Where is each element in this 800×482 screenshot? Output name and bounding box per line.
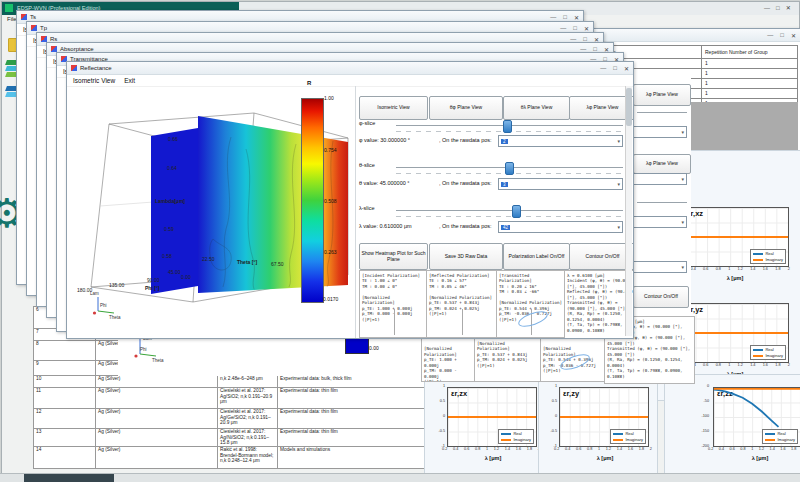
contour-button-fragment[interactable]: Contour On/Off bbox=[633, 286, 689, 308]
tick-label: 0.6 bbox=[703, 267, 708, 271]
tick-label: -0.5 bbox=[438, 429, 445, 433]
chevron-down-icon[interactable]: ▾ bbox=[617, 138, 620, 144]
tick-label: 2 bbox=[788, 267, 790, 271]
panel-scrollbar[interactable] bbox=[625, 86, 632, 336]
table-row[interactable]: 11Ag (Silver)Ciesielski et al. 2017: Ag/… bbox=[34, 388, 430, 409]
theta-phi-plane-view-button[interactable]: θφ Plane View bbox=[429, 96, 503, 120]
transmitted-polarization-panel: [Transmitted Polarization] TE : 0.20 ∠ 1… bbox=[496, 270, 566, 338]
plane-view-button-fragment[interactable]: λφ Plane View bbox=[633, 84, 691, 106]
reflected-polarization-panel: [Reflected Polarization] TE : 0.16 ∠ 57°… bbox=[426, 270, 498, 338]
er-zy-plot-window: εr,zy Real Imaginary 10.50-0.5-1 0.20.40… bbox=[538, 374, 658, 480]
maximize-icon[interactable]: □ bbox=[573, 25, 577, 32]
er-zy-yticks: 10.50-0.5-1 bbox=[543, 384, 557, 448]
chevron-down-icon[interactable]: ▾ bbox=[617, 224, 620, 230]
theta-lambda-plane-view-button[interactable]: θλ Plane View bbox=[503, 96, 570, 120]
phi-rawdata-pos-combobox[interactable]: 2▾ bbox=[498, 135, 623, 147]
lambda-rawdata-pos-combobox[interactable]: 42▾ bbox=[498, 221, 623, 233]
er-xz-xlabel: λ [μm] bbox=[707, 275, 763, 281]
tick-label: 0.4 bbox=[565, 447, 570, 451]
close-icon[interactable]: ✕ bbox=[624, 65, 629, 72]
phi-slider-handle[interactable] bbox=[503, 120, 512, 133]
group-table-cell[interactable]: 1 bbox=[702, 59, 798, 69]
chevron-down-icon[interactable]: ▾ bbox=[681, 219, 684, 225]
lambda-tick: 0.59 bbox=[164, 226, 174, 232]
tick-label: 1.2 bbox=[759, 447, 764, 451]
minimize-icon[interactable]: — bbox=[600, 65, 606, 72]
tick-label: 0.8 bbox=[716, 267, 721, 271]
table-row[interactable]: 13Ag (Silver)Ciesielski et al. 2017: Ag/… bbox=[34, 429, 430, 447]
table-row[interactable]: 12Ag (Silver)Ciesielski et al. 2017: Ag/… bbox=[34, 409, 430, 429]
polarization-label-toggle-button[interactable]: Polarization Label On/Off bbox=[503, 243, 570, 270]
group-window-titlebar[interactable]: —□✕ bbox=[574, 29, 800, 42]
tick-label: 0.8 bbox=[587, 447, 592, 451]
tick-label: 1 bbox=[486, 447, 488, 451]
minimize-icon[interactable]: — bbox=[560, 25, 566, 32]
close-icon[interactable]: ✕ bbox=[791, 32, 796, 39]
maximize-icon[interactable]: □ bbox=[780, 32, 784, 39]
theta-rawdata-pos-combobox[interactable]: 3▾ bbox=[498, 178, 623, 190]
chevron-down-icon[interactable]: ▾ bbox=[681, 176, 684, 182]
chevron-down-icon[interactable]: ▾ bbox=[681, 129, 684, 135]
rawdata-pos-combobox-fragment[interactable]: ▾ bbox=[633, 173, 687, 185]
tick-label: 1.2 bbox=[738, 267, 743, 271]
menu-isometric-view[interactable]: Isometric View bbox=[73, 77, 115, 84]
tick-label: 1 bbox=[598, 447, 600, 451]
legend: Real Imaginary bbox=[498, 429, 534, 444]
close-icon[interactable]: ✕ bbox=[786, 5, 797, 11]
group-table-cell[interactable]: 1 bbox=[702, 89, 798, 99]
tick-label: 1 bbox=[555, 384, 557, 388]
close-icon[interactable]: ✕ bbox=[584, 25, 589, 32]
theta-tick: 22.50 bbox=[202, 256, 215, 262]
theta-slider-handle[interactable] bbox=[505, 162, 514, 175]
chevron-down-icon[interactable]: ▾ bbox=[681, 264, 684, 270]
tick-label: -100 bbox=[701, 414, 709, 418]
table-row[interactable]: 10Ag (Silver)n,k 2.48e-6–248 μmExperimen… bbox=[34, 376, 430, 388]
real-legend-marker bbox=[613, 433, 623, 435]
slider-fragment[interactable] bbox=[637, 202, 687, 203]
imaginary-legend-marker bbox=[753, 259, 763, 261]
minimize-icon[interactable]: — bbox=[550, 14, 556, 21]
minimize-icon[interactable]: — bbox=[767, 32, 773, 39]
rawdata-pos-combobox-fragment[interactable]: ▾ bbox=[633, 216, 687, 228]
lambda-slider-handle[interactable] bbox=[512, 205, 521, 218]
legend-label: Real bbox=[765, 251, 773, 256]
maximize-icon[interactable]: □ bbox=[613, 65, 617, 72]
group-table-cell[interactable]: 1 bbox=[702, 79, 798, 89]
legend: Real Imaginary bbox=[750, 249, 786, 264]
tick-label: 0.2 bbox=[554, 447, 559, 451]
rawdata-pos-combobox-fragment[interactable]: ▾ bbox=[633, 261, 687, 273]
group-table-cell[interactable]: 1 bbox=[702, 69, 798, 79]
tick-label: 2 bbox=[788, 363, 790, 367]
close-icon[interactable]: ✕ bbox=[574, 14, 579, 21]
panel-divider bbox=[355, 86, 356, 338]
tick-label: 1.6 bbox=[780, 447, 785, 451]
triad-theta-label: Theta bbox=[152, 358, 164, 363]
slider-fragment[interactable] bbox=[637, 112, 687, 113]
rawdata-pos-combobox-fragment[interactable]: ▾ bbox=[633, 126, 687, 138]
lambda-slider-track[interactable] bbox=[396, 210, 623, 211]
titlebar[interactable]: Reflectance —□✕ bbox=[67, 62, 633, 75]
incident-polarization-panel: [Incident Polarization] TE : 1.00 ∠ 0° T… bbox=[359, 270, 428, 338]
tick-label: 1.8 bbox=[775, 363, 780, 367]
maximize-icon[interactable]: □ bbox=[776, 5, 786, 11]
taskbar[interactable] bbox=[0, 473, 800, 482]
scrollbar-thumb[interactable] bbox=[626, 88, 632, 126]
tick-label: 0.4 bbox=[691, 267, 696, 271]
isometric-view-button[interactable]: Isometric View bbox=[359, 96, 428, 120]
taskbar-active-item[interactable] bbox=[24, 474, 114, 482]
table-row[interactable]: 14Ag (Silver)Rakić et al. 1998: Brendel-… bbox=[34, 447, 430, 469]
menu-exit[interactable]: Exit bbox=[124, 77, 135, 84]
plane-view-button-fragment[interactable]: λφ Plane View bbox=[633, 154, 691, 174]
main-window-controls[interactable]: —□✕ bbox=[764, 4, 797, 11]
imaginary-legend-marker bbox=[501, 439, 511, 441]
minimize-icon[interactable]: — bbox=[764, 5, 776, 11]
legend-label: Real bbox=[513, 431, 521, 436]
maximize-icon[interactable]: □ bbox=[563, 14, 567, 21]
tick-label: 1.6 bbox=[516, 447, 521, 451]
chevron-down-icon[interactable]: ▾ bbox=[617, 181, 620, 187]
tick-label: 1 bbox=[751, 447, 753, 451]
show-heatmap-button[interactable]: Show Heatmap Plot for Such Plane bbox=[359, 243, 428, 270]
er-zx-xlabel: λ [μm] bbox=[465, 455, 521, 461]
app-logo-icon bbox=[5, 4, 13, 12]
save-3d-raw-data-button[interactable]: Save 3D Raw Data bbox=[429, 243, 503, 270]
